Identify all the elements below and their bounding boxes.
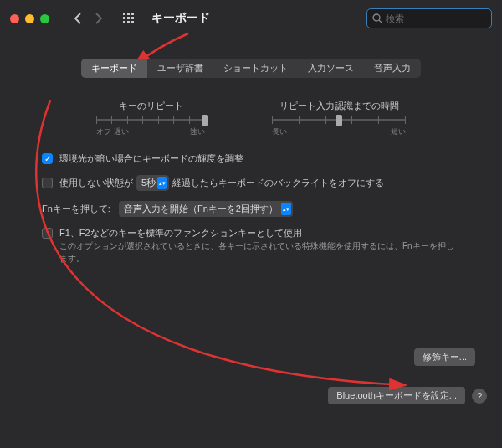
forward-button[interactable]	[90, 10, 108, 27]
help-button[interactable]: ?	[472, 389, 487, 404]
bluetooth-keyboard-button[interactable]: Bluetoothキーボードを設定...	[328, 387, 465, 404]
delay-right: 短い	[391, 126, 406, 137]
search-input[interactable]	[386, 13, 486, 23]
backlight-off-checkbox[interactable]	[42, 178, 53, 188]
svg-rect-0	[123, 13, 126, 15]
search-field[interactable]	[366, 8, 492, 28]
svg-rect-1	[127, 13, 130, 15]
svg-rect-7	[127, 21, 130, 23]
fn-press-label: Fnキーを押して:	[42, 203, 110, 215]
delay-left: 長い	[272, 126, 287, 137]
tab-bar: キーボード ユーザ辞書 ショートカット 入力ソース 音声入力	[81, 59, 421, 78]
fn-keys-help: このオプションが選択されているときに、各キーに示されている特殊機能を使用するには…	[59, 239, 460, 265]
svg-rect-5	[131, 17, 134, 19]
key-repeat-right: 速い	[190, 126, 205, 137]
tab-input-sources[interactable]: 入力ソース	[298, 59, 364, 78]
minimize-button[interactable]	[25, 14, 34, 23]
brightness-checkbox[interactable]	[42, 153, 53, 164]
tab-keyboard[interactable]: キーボード	[81, 59, 147, 78]
svg-point-9	[373, 14, 380, 21]
back-button[interactable]	[68, 10, 86, 27]
show-all-button[interactable]	[120, 9, 138, 28]
maximize-button[interactable]	[40, 14, 49, 23]
window-title: キーボード	[151, 11, 210, 26]
key-repeat-slider[interactable]	[96, 119, 205, 121]
key-repeat-label: キーのリピート	[119, 100, 183, 112]
backlight-post: 経過したらキーボードのバックライトをオフにする	[172, 177, 384, 189]
tab-dictation[interactable]: 音声入力	[364, 59, 421, 78]
brightness-label: 環境光が暗い場合にキーボードの輝度を調整	[59, 152, 243, 165]
svg-line-10	[379, 20, 382, 23]
svg-rect-8	[131, 21, 134, 23]
backlight-timeout-select[interactable]: 5秒 ▴▾	[136, 175, 169, 191]
close-button[interactable]	[10, 14, 19, 23]
svg-rect-4	[127, 17, 130, 19]
modifier-keys-button[interactable]: 修飾キー...	[414, 348, 475, 366]
delay-label: リピート入力認識までの時間	[279, 100, 399, 112]
svg-rect-6	[123, 21, 126, 23]
search-icon	[372, 13, 382, 23]
tab-shortcuts[interactable]: ショートカット	[213, 59, 298, 78]
delay-slider[interactable]	[272, 119, 406, 121]
fn-press-select[interactable]: 音声入力を開始（Fnキーを2回押す） ▴▾	[119, 201, 293, 217]
backlight-pre: 使用しない状態が	[59, 177, 133, 189]
window-controls	[10, 14, 49, 23]
fn-keys-checkbox[interactable]	[42, 228, 53, 239]
tab-user-dictionary[interactable]: ユーザ辞書	[147, 59, 213, 78]
fn-keys-label: F1、F2などのキーを標準のファンクションキーとして使用	[59, 227, 302, 239]
svg-rect-2	[131, 13, 134, 15]
key-repeat-left: オフ 遅い	[96, 126, 129, 137]
svg-rect-3	[123, 17, 126, 19]
